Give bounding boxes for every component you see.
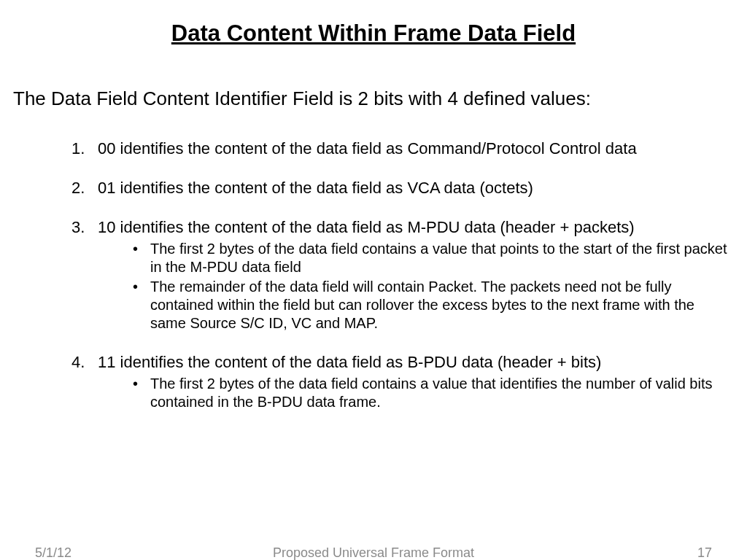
- list-item: 10 identifies the content of the data fi…: [71, 218, 734, 332]
- list-item: 00 identifies the content of the data fi…: [71, 139, 734, 158]
- list-item-text: 11 identifies the content of the data fi…: [98, 353, 601, 371]
- list-item: 11 identifies the content of the data fi…: [71, 353, 734, 411]
- list-item-text: 01 identifies the content of the data fi…: [98, 179, 533, 197]
- sub-list-item: The remainder of the data field will con…: [133, 278, 734, 332]
- list-item-text: 10 identifies the content of the data fi…: [98, 218, 635, 236]
- numbered-list: 00 identifies the content of the data fi…: [13, 139, 734, 411]
- list-item-text: 00 identifies the content of the data fi…: [98, 139, 637, 158]
- slide-title: Data Content Within Frame Data Field: [50, 20, 697, 47]
- intro-text: The Data Field Content Identifier Field …: [13, 88, 734, 110]
- list-item: 01 identifies the content of the data fi…: [71, 179, 734, 198]
- sub-list: The first 2 bytes of the data field cont…: [98, 375, 734, 411]
- footer-title: Proposed Universal Frame Format: [0, 545, 747, 560]
- sub-list: The first 2 bytes of the data field cont…: [98, 240, 734, 332]
- sub-list-item: The first 2 bytes of the data field cont…: [133, 375, 734, 411]
- footer-page-number: 17: [697, 545, 712, 560]
- sub-list-item: The first 2 bytes of the data field cont…: [133, 240, 734, 276]
